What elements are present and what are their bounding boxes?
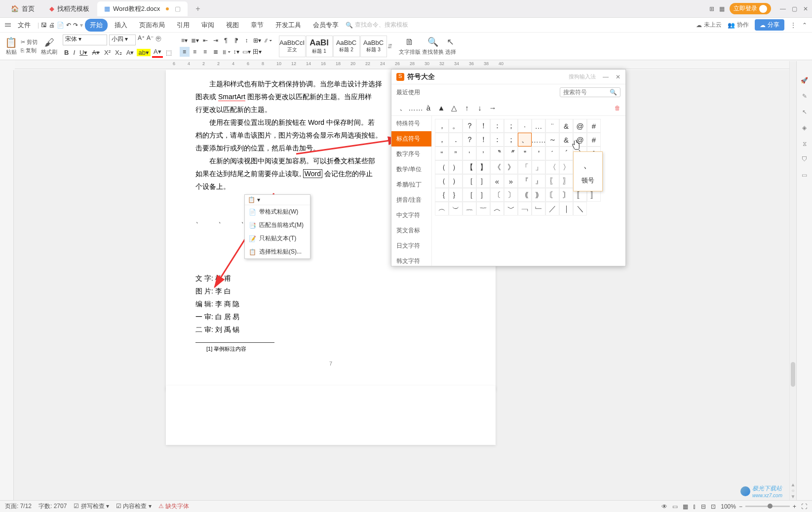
recent-symbol[interactable]: → xyxy=(486,102,499,114)
symbol-cell[interactable]: « xyxy=(490,174,504,188)
shading-button[interactable]: ▭▾ xyxy=(242,47,252,57)
symbol-cell[interactable]: ＇ xyxy=(532,146,545,160)
symbol-cell[interactable]: ） xyxy=(449,160,463,174)
hamburger-icon[interactable] xyxy=(5,23,11,27)
diamond-icon[interactable]: ◈ xyxy=(800,123,809,132)
more-menu-icon[interactable]: ⋮ xyxy=(790,22,796,29)
symbol-cell[interactable]: ¨ xyxy=(545,119,559,133)
style-heading1[interactable]: AaBl标题 1 xyxy=(306,36,333,57)
symbol-cell[interactable]: ｟ xyxy=(518,188,532,202)
reading-view-icon[interactable]: ▭ xyxy=(672,503,678,510)
tab-home[interactable]: 🏠 首页 xyxy=(4,1,41,16)
menu-member[interactable]: 会员专享 xyxy=(308,19,344,32)
symbol-cell[interactable]: ´ xyxy=(545,146,559,160)
paste-drop-icon[interactable]: ▾ xyxy=(257,196,260,203)
char-scale-icon[interactable]: ㊥ xyxy=(155,35,161,45)
symbol-cell[interactable]: ﹀ xyxy=(504,202,518,216)
symbol-cell[interactable]: 〖 xyxy=(545,174,559,188)
scroll-down-icon[interactable]: ▼ xyxy=(790,494,796,499)
symbol-cell[interactable]: ｛ xyxy=(435,188,449,202)
symbol-cell[interactable]: 》 xyxy=(504,160,518,174)
next-page[interactable] xyxy=(166,386,496,445)
save-icon[interactable]: 🖫 xyxy=(41,22,47,29)
menu-view[interactable]: 视图 xyxy=(221,19,244,32)
symbol-cell[interactable]: 〈 xyxy=(545,160,559,174)
symbol-cell[interactable]: 、 xyxy=(518,133,532,146)
tab-template[interactable]: ◆ 找稻壳模板 xyxy=(42,1,96,16)
page-indicator[interactable]: 页面: 7/12 xyxy=(5,502,32,511)
symbol-cell[interactable]: ＼ xyxy=(573,202,587,216)
symbol-cell[interactable]: ｜ xyxy=(559,202,573,216)
paste-button[interactable]: 📋 粘贴 xyxy=(5,37,17,56)
symbol-cell[interactable]: 』 xyxy=(532,174,545,188)
bullets-button[interactable]: ≡▾ xyxy=(180,36,190,45)
symbol-cell[interactable]: # xyxy=(587,133,601,146)
recent-symbol[interactable]: 、 xyxy=(396,102,409,114)
symbol-cell[interactable]: ＂ xyxy=(518,146,532,160)
align-justify-button[interactable]: ≣ xyxy=(211,47,221,57)
symbol-cell[interactable]: » xyxy=(504,174,518,188)
symbol-cell[interactable]: （ xyxy=(435,160,449,174)
char-border-button[interactable]: ⬚ xyxy=(164,48,173,57)
symbol-cell[interactable]: 〝 xyxy=(490,146,504,160)
symbol-cell[interactable]: ” xyxy=(449,146,463,160)
copy-button[interactable]: ⎘复制 xyxy=(21,47,38,54)
grid-icon[interactable]: ⊞ xyxy=(709,5,714,12)
select-button[interactable]: ↖ 选择 xyxy=(445,37,456,56)
text-layout-button[interactable]: 🗎 文字排版 xyxy=(399,37,421,56)
symbol-cell[interactable]: 《 xyxy=(490,160,504,174)
symbol-cell[interactable]: 〞 xyxy=(504,146,518,160)
symbol-cell[interactable]: …… xyxy=(532,133,545,146)
undo-icon[interactable]: ↶ xyxy=(66,22,71,29)
symbol-cell[interactable]: ～ xyxy=(545,133,559,146)
underline-button[interactable]: U▾ xyxy=(78,48,89,57)
zoom-out-icon[interactable]: − xyxy=(739,503,742,510)
shield-icon[interactable]: ⛉ xyxy=(800,155,809,164)
symbol-cell[interactable]: @ xyxy=(573,119,587,133)
symbol-cell[interactable]: ； xyxy=(504,119,518,133)
symbol-cell[interactable]: · xyxy=(518,119,532,133)
recent-symbol[interactable]: ↑ xyxy=(461,102,473,114)
border-button[interactable]: 田▾ xyxy=(252,47,262,57)
symbol-category[interactable]: 日文字符 xyxy=(391,238,431,254)
outline-icon[interactable]: ⊟ xyxy=(701,503,706,510)
text-effects-button[interactable]: A▾ xyxy=(125,48,136,57)
menu-insert[interactable]: 插入 xyxy=(110,19,132,32)
symbol-cell[interactable]: 「 xyxy=(518,160,532,174)
symbol-cell[interactable]: ［ xyxy=(463,174,476,188)
align-right-button[interactable]: ≡ xyxy=(200,47,210,57)
menu-file[interactable]: 文件 xyxy=(13,19,36,32)
indent-button[interactable]: ⇥ xyxy=(211,36,221,45)
cursor-icon[interactable]: ↖ xyxy=(800,108,809,116)
rocket-icon[interactable]: 🚀 xyxy=(800,76,809,85)
symbol-cell[interactable]: ］ xyxy=(476,174,490,188)
zoom-control[interactable]: 100% − + xyxy=(721,503,796,510)
symbol-cell[interactable]: ︷ xyxy=(463,202,476,216)
cloud-icon[interactable]: ☁未上云 xyxy=(696,21,722,29)
tab-close-icon[interactable]: ▢ xyxy=(175,5,181,12)
coop-button[interactable]: 👥协作 xyxy=(728,21,749,29)
menu-reference[interactable]: 引用 xyxy=(172,19,194,32)
symbol-category[interactable]: 中文字符 xyxy=(391,208,431,223)
symbol-cell[interactable]: ‘ xyxy=(463,146,476,160)
symbol-category[interactable]: 英文音标 xyxy=(391,223,431,238)
symbol-cell[interactable]: 【 xyxy=(463,160,476,174)
symbol-cell[interactable]: ﹁ xyxy=(518,202,532,216)
symbol-cell[interactable]: ︿ xyxy=(490,202,504,216)
content-check[interactable]: ☑ 内容检查 ▾ xyxy=(116,502,152,511)
ltr-button[interactable]: ¶ xyxy=(221,36,231,45)
tab-add[interactable]: + xyxy=(189,1,207,16)
tabs-button[interactable]: ⊞▾ xyxy=(252,36,262,45)
redo-icon[interactable]: ↷ xyxy=(73,22,78,29)
pen-icon[interactable]: ✎ xyxy=(800,92,809,101)
subscript-button[interactable]: X₂ xyxy=(114,48,123,57)
symbol-cell[interactable]: ’ xyxy=(476,146,490,160)
symbol-cell[interactable]: （ xyxy=(435,174,449,188)
symbol-cell[interactable]: ； xyxy=(504,133,518,146)
align-left-button[interactable]: ≡ xyxy=(180,47,190,57)
recent-symbol[interactable]: ↓ xyxy=(473,102,486,114)
recent-symbol[interactable]: △ xyxy=(448,102,461,114)
menu-start[interactable]: 开始 xyxy=(85,19,108,32)
symbol-cell[interactable]: ˊ xyxy=(559,146,573,160)
symbol-cell[interactable]: # xyxy=(587,119,601,133)
